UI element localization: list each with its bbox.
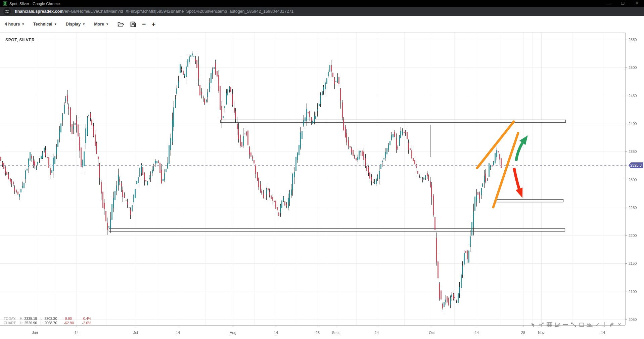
browser-url-bar[interactable]: financials.spreadex.com/en-GB/Home/LiveC… xyxy=(0,7,644,16)
chart-toolbar-menus: 4 hours▼Technical▼Display▼More▼ xyxy=(5,22,118,27)
tool-marker-icon[interactable] xyxy=(607,321,615,328)
window-titlebar: S Spot, Silver - Google Chrome — ❐ ✕ xyxy=(0,0,644,7)
zoom-out-button[interactable]: − xyxy=(142,20,146,28)
time-tick-label: 14 xyxy=(176,331,180,335)
window-controls: — ❐ ✕ xyxy=(602,0,644,7)
price-tick-label: 2500 xyxy=(629,66,637,70)
price-tick-label: 2450 xyxy=(629,94,637,98)
current-price-badge: 2325.3 xyxy=(629,162,643,168)
time-tick-label: Jun xyxy=(32,331,38,335)
toolbar-separator xyxy=(604,322,605,327)
url-path: /en-GB/Home/LiveChartMain?id=XFinSprMchM… xyxy=(63,9,293,14)
tool-line-icon[interactable] xyxy=(594,321,602,328)
price-tick-label: 2350 xyxy=(629,150,637,154)
restore-button[interactable]: ❐ xyxy=(616,0,630,7)
tool-grid-icon[interactable] xyxy=(545,321,553,328)
price-tick-label: 2400 xyxy=(629,122,637,126)
price-tick-label: 2250 xyxy=(629,206,637,210)
zoom-in-button[interactable]: + xyxy=(152,20,155,28)
tool-horizontal-line-icon[interactable] xyxy=(561,321,569,328)
stats-row: TODAY:H:2335.19L:2303.30-9.90-0.4% xyxy=(4,316,97,321)
tool-pointer-icon[interactable] xyxy=(529,321,537,328)
time-tick-label: Jul xyxy=(133,331,138,335)
url-domain: financials.spreadex.com xyxy=(15,9,63,14)
stats-row: CHART:H:2526.90L:2068.70-62.90-2.6% xyxy=(4,321,97,325)
price-tick-label: 2300 xyxy=(629,178,637,182)
time-tick-label: Oct xyxy=(429,331,434,335)
price-tick-label: 2200 xyxy=(629,234,637,238)
tool-trend-line-icon[interactable] xyxy=(569,321,578,328)
menu-more[interactable]: More▼ xyxy=(94,22,109,27)
app-favicon: S xyxy=(3,1,7,6)
save-icon[interactable] xyxy=(130,22,136,27)
drawing-toolbar: Abc✕ xyxy=(529,320,624,329)
chart-canvas[interactable] xyxy=(0,29,644,339)
time-tick-label: 14 xyxy=(475,331,479,335)
tool-delete-icon[interactable]: ✕ xyxy=(615,321,624,328)
chart-symbol-label: SPOT, SILVER xyxy=(5,38,35,42)
session-stats: TODAY:H:2335.19L:2303.30-9.90-0.4%CHART:… xyxy=(4,316,97,325)
time-tick-label: 14 xyxy=(274,331,278,335)
time-tick-label: 28 xyxy=(316,331,320,335)
menu-display[interactable]: Display▼ xyxy=(66,22,85,27)
time-tick-label: 14 xyxy=(375,331,379,335)
time-tick-label: Nov xyxy=(538,331,545,335)
window-title: Spot, Silver - Google Chrome xyxy=(9,2,60,6)
time-tick-label: Aug xyxy=(230,331,236,335)
tool-fan-icon[interactable] xyxy=(553,321,561,328)
site-settings-icon[interactable] xyxy=(3,8,11,15)
tool-rectangle-icon[interactable] xyxy=(578,321,586,328)
tool-curve-icon[interactable] xyxy=(537,321,545,328)
price-tick-label: 2100 xyxy=(629,290,637,294)
chevron-down-icon: ▼ xyxy=(21,23,25,26)
time-tick-label: Sept xyxy=(332,331,340,335)
time-tick-label: 14 xyxy=(601,331,605,335)
minimize-button[interactable]: — xyxy=(602,0,616,7)
price-tick-label: 2150 xyxy=(629,261,637,265)
close-button[interactable]: ✕ xyxy=(630,0,644,7)
price-tick-label: 2050 xyxy=(629,317,637,322)
time-tick-label: 14 xyxy=(75,331,79,335)
time-tick-label: 28 xyxy=(521,331,525,335)
chevron-down-icon: ▼ xyxy=(54,23,57,26)
chevron-down-icon: ▼ xyxy=(82,23,85,26)
open-folder-icon[interactable] xyxy=(118,22,124,27)
menu-technical[interactable]: Technical▼ xyxy=(33,22,57,27)
chevron-down-icon: ▼ xyxy=(106,23,109,26)
url-text[interactable]: financials.spreadex.com/en-GB/Home/LiveC… xyxy=(15,9,294,14)
tool-text-icon[interactable]: Abc xyxy=(586,321,594,328)
price-tick-label: 2550 xyxy=(629,38,637,42)
menu-interval[interactable]: 4 hours▼ xyxy=(5,22,25,27)
